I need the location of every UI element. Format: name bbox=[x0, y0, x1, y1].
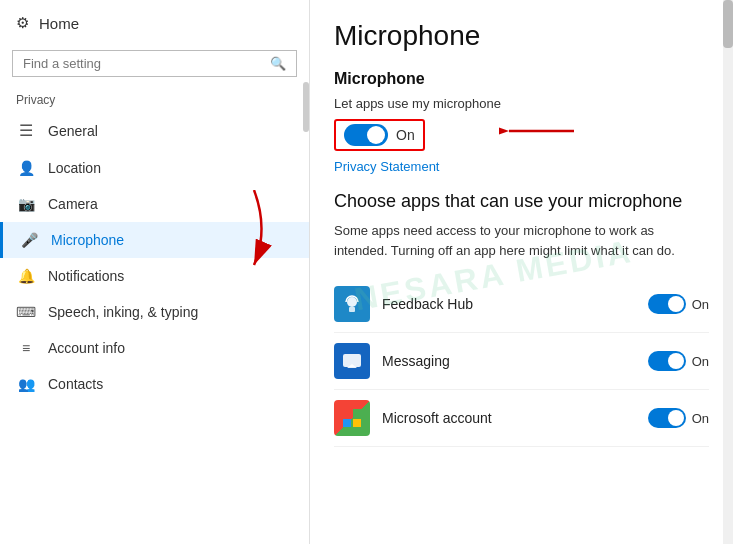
messaging-toggle-knob bbox=[668, 353, 684, 369]
general-icon: ☰ bbox=[16, 121, 36, 140]
toggle-label: Let apps use my microphone bbox=[334, 96, 709, 111]
app-name-msaccount: Microsoft account bbox=[382, 410, 636, 426]
home-label: Home bbox=[39, 15, 79, 32]
feedback-hub-toggle[interactable] bbox=[648, 294, 686, 314]
messaging-toggle-state: On bbox=[692, 354, 709, 369]
app-row-msaccount: Microsoft account On bbox=[334, 390, 709, 447]
microphone-icon: 🎤 bbox=[19, 232, 39, 248]
sidebar-item-general[interactable]: ☰ General bbox=[0, 111, 309, 150]
sidebar-item-contacts[interactable]: 👥 Contacts bbox=[0, 366, 309, 402]
feedback-toggle-knob bbox=[668, 296, 684, 312]
sidebar: ⚙ Home 🔍 Privacy ☰ General 👤 Location 📷 … bbox=[0, 0, 310, 544]
sidebar-item-label: General bbox=[48, 123, 98, 139]
feedback-hub-icon bbox=[334, 286, 370, 322]
toggle-state: On bbox=[396, 127, 415, 143]
camera-icon: 📷 bbox=[16, 196, 36, 212]
sidebar-home-item[interactable]: ⚙ Home bbox=[0, 0, 309, 46]
svg-rect-4 bbox=[349, 307, 355, 312]
toggle-box[interactable]: On bbox=[334, 119, 425, 151]
privacy-section-label: Privacy bbox=[0, 87, 309, 111]
microphone-toggle[interactable] bbox=[344, 124, 388, 146]
msaccount-toggle[interactable] bbox=[648, 408, 686, 428]
msaccount-toggle-row: On bbox=[648, 408, 709, 428]
sidebar-item-label: Account info bbox=[48, 340, 125, 356]
svg-rect-9 bbox=[353, 419, 361, 427]
svg-point-3 bbox=[347, 297, 357, 307]
svg-rect-6 bbox=[343, 409, 351, 417]
app-row-messaging: Messaging On bbox=[334, 333, 709, 390]
feedback-toggle-row: On bbox=[648, 294, 709, 314]
sidebar-item-label: Location bbox=[48, 160, 101, 176]
notifications-icon: 🔔 bbox=[16, 268, 36, 284]
sidebar-item-label: Speech, inking, & typing bbox=[48, 304, 198, 320]
home-icon: ⚙ bbox=[16, 14, 29, 32]
sidebar-item-account[interactable]: ≡ Account info bbox=[0, 330, 309, 366]
privacy-statement-link[interactable]: Privacy Statement bbox=[334, 159, 440, 174]
sidebar-item-label: Contacts bbox=[48, 376, 103, 392]
feedback-toggle-state: On bbox=[692, 297, 709, 312]
toggle-row: On bbox=[334, 119, 709, 151]
down-arrow-annotation bbox=[219, 190, 289, 270]
content-scroll[interactable]: NESARA MEDIA Microphone Microphone Let a… bbox=[310, 0, 733, 544]
sidebar-item-label: Camera bbox=[48, 196, 98, 212]
choose-apps-desc: Some apps need access to your microphone… bbox=[334, 221, 709, 260]
msaccount-toggle-state: On bbox=[692, 411, 709, 426]
svg-rect-8 bbox=[343, 419, 351, 427]
section-title: Microphone bbox=[334, 70, 709, 88]
app-row-feedback: Feedback Hub On bbox=[334, 276, 709, 333]
msaccount-icon bbox=[334, 400, 370, 436]
search-box[interactable]: 🔍 bbox=[12, 50, 297, 77]
sidebar-item-label: Microphone bbox=[51, 232, 124, 248]
msaccount-toggle-knob bbox=[668, 410, 684, 426]
search-icon: 🔍 bbox=[270, 56, 286, 71]
app-name-feedback: Feedback Hub bbox=[382, 296, 636, 312]
contacts-icon: 👥 bbox=[16, 376, 36, 392]
account-icon: ≡ bbox=[16, 340, 36, 356]
toggle-knob bbox=[367, 126, 385, 144]
sidebar-item-location[interactable]: 👤 Location bbox=[0, 150, 309, 186]
scrollbar-thumb[interactable] bbox=[723, 0, 733, 48]
messaging-toggle-row: On bbox=[648, 351, 709, 371]
sidebar-scrollbar-thumb[interactable] bbox=[303, 82, 309, 132]
page-title: Microphone bbox=[334, 20, 709, 52]
speech-icon: ⌨ bbox=[16, 304, 36, 320]
messaging-toggle[interactable] bbox=[648, 351, 686, 371]
scrollbar-track bbox=[723, 0, 733, 544]
location-icon: 👤 bbox=[16, 160, 36, 176]
toggle-arrow-annotation bbox=[499, 111, 579, 151]
sidebar-item-speech[interactable]: ⌨ Speech, inking, & typing bbox=[0, 294, 309, 330]
search-input[interactable] bbox=[23, 56, 270, 71]
messaging-icon bbox=[334, 343, 370, 379]
choose-apps-title: Choose apps that can use your microphone bbox=[334, 190, 709, 213]
svg-rect-7 bbox=[353, 409, 361, 417]
app-name-messaging: Messaging bbox=[382, 353, 636, 369]
sidebar-item-label: Notifications bbox=[48, 268, 124, 284]
content-area: NESARA MEDIA Microphone Microphone Let a… bbox=[310, 0, 733, 544]
